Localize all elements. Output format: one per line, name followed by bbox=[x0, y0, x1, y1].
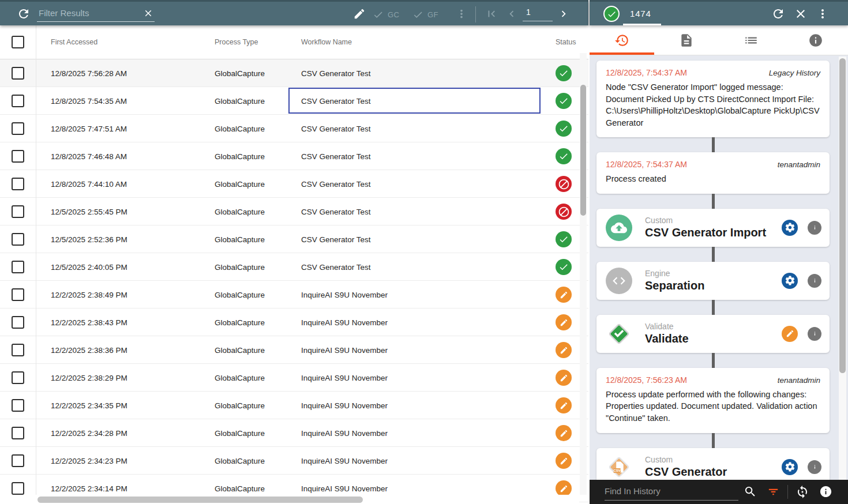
filter-input[interactable] bbox=[37, 5, 138, 20]
workflow-name-cell[interactable]: InquireAI S9U November bbox=[301, 456, 388, 465]
row-checkbox[interactable] bbox=[12, 205, 24, 218]
first-accessed-cell[interactable]: 12/8/2025 7:47:51 AM bbox=[51, 124, 127, 133]
first-accessed-cell[interactable]: 12/2/2025 2:34:35 PM bbox=[51, 401, 127, 409]
first-accessed-cell[interactable]: 12/8/2025 7:56:28 AM bbox=[51, 69, 127, 77]
first-accessed-cell[interactable]: 12/5/2025 2:55:45 PM bbox=[51, 207, 127, 216]
refresh-button[interactable] bbox=[14, 4, 33, 24]
first-accessed-cell[interactable]: 12/2/2025 2:38:49 PM bbox=[51, 290, 127, 299]
node-settings-gear-icon[interactable] bbox=[782, 273, 798, 289]
tab-info[interactable] bbox=[783, 25, 848, 55]
workflow-name-cell[interactable]: CSV Generator Test bbox=[301, 262, 371, 271]
process-type-cell[interactable]: GlobalCapture bbox=[215, 69, 265, 77]
table-row[interactable]: 12/5/2025 2:55:45 PM GlobalCapture CSV G… bbox=[0, 198, 588, 225]
workflow-name-cell[interactable]: CSV Generator Test bbox=[301, 124, 371, 133]
workflow-name-cell[interactable]: InquireAI S9U November bbox=[301, 428, 388, 437]
filter-icon[interactable] bbox=[766, 484, 781, 499]
process-type-cell[interactable]: GlobalCapture bbox=[215, 401, 265, 409]
row-checkbox[interactable] bbox=[12, 233, 24, 246]
table-row[interactable]: 12/2/2025 2:34:35 PM GlobalCapture Inqui… bbox=[0, 392, 588, 419]
table-row[interactable]: 12/2/2025 2:38:36 PM GlobalCapture Inqui… bbox=[0, 336, 588, 364]
search-icon[interactable] bbox=[742, 484, 757, 499]
node-edit-pencil-icon[interactable] bbox=[782, 326, 798, 342]
workflow-name-cell[interactable]: CSV Generator Test bbox=[301, 152, 371, 160]
detail-more-options-icon[interactable] bbox=[813, 5, 832, 23]
workflow-name-cell[interactable]: InquireAI S9U November bbox=[301, 290, 388, 299]
process-type-cell[interactable]: GlobalCapture bbox=[215, 152, 265, 160]
table-row[interactable]: 12/8/2025 7:44:10 AM GlobalCapture CSV G… bbox=[0, 170, 588, 198]
workflow-name-cell[interactable]: InquireAI S9U November bbox=[301, 373, 388, 382]
table-row[interactable]: 12/5/2025 2:52:36 PM GlobalCapture CSV G… bbox=[0, 225, 588, 253]
first-accessed-cell[interactable]: 12/2/2025 2:34:28 PM bbox=[51, 428, 127, 437]
table-vertical-scrollbar-thumb[interactable] bbox=[580, 85, 586, 216]
clear-filter-icon[interactable] bbox=[142, 7, 155, 20]
process-type-cell[interactable]: GlobalCapture bbox=[215, 456, 265, 465]
tab-fields[interactable] bbox=[719, 25, 783, 55]
detail-refresh-button[interactable] bbox=[769, 5, 787, 23]
row-checkbox[interactable] bbox=[12, 150, 24, 163]
table-row[interactable]: 12/8/2025 7:54:35 AM GlobalCapture CSV G… bbox=[0, 87, 588, 115]
row-checkbox[interactable] bbox=[12, 316, 24, 329]
timeline-scrollbar-thumb[interactable] bbox=[839, 58, 846, 373]
node-info-icon[interactable] bbox=[808, 274, 821, 288]
first-accessed-cell[interactable]: 12/8/2025 7:44:10 AM bbox=[51, 179, 127, 188]
process-type-cell[interactable]: GlobalCapture bbox=[215, 428, 265, 437]
table-row[interactable]: 12/2/2025 2:38:49 PM GlobalCapture Inqui… bbox=[0, 281, 588, 309]
workflow-name-cell[interactable]: CSV Generator Test bbox=[301, 207, 371, 216]
row-checkbox[interactable] bbox=[12, 371, 24, 384]
first-accessed-cell[interactable]: 12/8/2025 7:46:48 AM bbox=[51, 152, 127, 160]
row-checkbox[interactable] bbox=[12, 482, 24, 495]
workflow-name-cell[interactable]: InquireAI S9U November bbox=[301, 318, 388, 326]
table-row[interactable]: 12/5/2025 2:40:05 PM GlobalCapture CSV G… bbox=[0, 253, 588, 281]
process-type-cell[interactable]: GlobalCapture bbox=[215, 235, 265, 243]
column-header-workflow-name[interactable]: Workflow Name bbox=[301, 38, 352, 46]
sync-icon[interactable] bbox=[795, 484, 810, 499]
select-all-checkbox[interactable] bbox=[12, 36, 24, 48]
gf-toggle-button[interactable]: GF bbox=[409, 6, 442, 22]
row-checkbox[interactable] bbox=[12, 454, 24, 467]
table-row[interactable]: 12/8/2025 7:46:48 AM GlobalCapture CSV G… bbox=[0, 142, 588, 170]
node-info-icon[interactable] bbox=[808, 327, 821, 341]
tab-history[interactable] bbox=[590, 25, 654, 55]
process-type-cell[interactable]: GlobalCapture bbox=[215, 318, 265, 326]
workflow-name-cell[interactable]: CSV Generator Test bbox=[301, 235, 371, 243]
row-checkbox[interactable] bbox=[12, 122, 24, 135]
workflow-name-cell[interactable]: InquireAI S9U November bbox=[301, 345, 388, 354]
previous-page-button[interactable] bbox=[502, 4, 522, 24]
first-accessed-cell[interactable]: 12/8/2025 7:54:35 AM bbox=[51, 96, 127, 105]
detail-close-icon[interactable] bbox=[791, 5, 810, 23]
first-accessed-cell[interactable]: 12/2/2025 2:38:43 PM bbox=[51, 318, 127, 326]
process-type-cell[interactable]: GlobalCapture bbox=[215, 179, 265, 188]
tab-document[interactable] bbox=[654, 25, 719, 55]
process-type-cell[interactable]: GlobalCapture bbox=[215, 290, 265, 299]
node-settings-gear-icon[interactable] bbox=[782, 459, 798, 475]
first-accessed-cell[interactable]: 12/5/2025 2:40:05 PM bbox=[51, 262, 127, 271]
table-row[interactable]: 12/8/2025 7:56:28 AM GlobalCapture CSV G… bbox=[0, 59, 588, 87]
workflow-node-card[interactable]: Validate Validate bbox=[596, 315, 830, 353]
process-type-cell[interactable]: GlobalCapture bbox=[215, 484, 265, 492]
first-accessed-cell[interactable]: 12/5/2025 2:52:36 PM bbox=[51, 235, 127, 243]
process-type-cell[interactable]: GlobalCapture bbox=[215, 207, 265, 216]
column-header-first-accessed[interactable]: First Accessed bbox=[51, 38, 97, 46]
table-row[interactable]: 12/2/2025 2:34:23 PM GlobalCapture Inqui… bbox=[0, 447, 588, 475]
workflow-name-cell[interactable]: InquireAI S9U November bbox=[301, 401, 388, 409]
more-options-icon[interactable] bbox=[452, 4, 472, 24]
row-checkbox[interactable] bbox=[12, 399, 24, 412]
workflow-name-cell[interactable]: InquireAI S9U November bbox=[301, 484, 388, 492]
findbar-info-icon[interactable] bbox=[818, 484, 833, 499]
row-checkbox[interactable] bbox=[12, 95, 24, 107]
first-accessed-cell[interactable]: 12/2/2025 2:34:14 PM bbox=[51, 484, 127, 492]
workflow-node-card[interactable]: CSV Custom CSV Generator bbox=[596, 448, 830, 480]
workflow-name-cell[interactable]: CSV Generator Test bbox=[301, 69, 371, 77]
node-info-icon[interactable] bbox=[808, 221, 821, 235]
workflow-node-card[interactable]: Engine Separation bbox=[596, 262, 830, 300]
workflow-name-cell[interactable]: CSV Generator Test bbox=[301, 96, 371, 105]
table-row[interactable]: 12/2/2025 2:38:29 PM GlobalCapture Inqui… bbox=[0, 364, 588, 392]
table-row[interactable]: 12/2/2025 2:34:28 PM GlobalCapture Inqui… bbox=[0, 419, 588, 447]
node-info-icon[interactable] bbox=[808, 460, 821, 474]
table-row[interactable]: 12/2/2025 2:38:43 PM GlobalCapture Inqui… bbox=[0, 309, 588, 336]
process-type-cell[interactable]: GlobalCapture bbox=[215, 262, 265, 271]
process-type-cell[interactable]: GlobalCapture bbox=[215, 345, 265, 354]
workflow-name-cell[interactable]: CSV Generator Test bbox=[301, 179, 371, 188]
first-page-button[interactable] bbox=[482, 4, 502, 24]
column-header-process-type[interactable]: Process Type bbox=[215, 38, 258, 46]
